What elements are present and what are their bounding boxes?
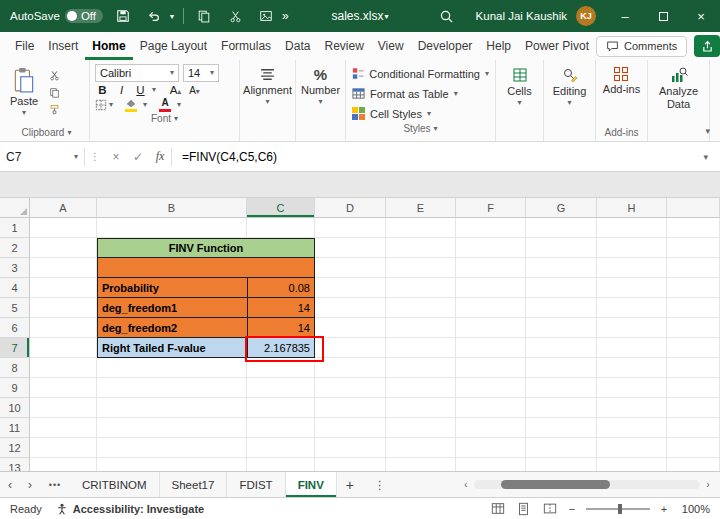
cell-C7[interactable]: 2.167835 — [247, 338, 315, 358]
share-button[interactable] — [694, 35, 720, 57]
scroll-left-icon[interactable]: ‹ — [458, 479, 474, 490]
column-header-E[interactable]: E — [386, 198, 456, 218]
number-button[interactable]: % Number ▾ — [296, 60, 345, 106]
sheet-tab-sheet17[interactable]: Sheet17 — [160, 472, 228, 497]
zoom-slider[interactable] — [586, 508, 650, 510]
sheet-tab-fdist[interactable]: FDIST — [227, 472, 285, 497]
paste-dropdown-icon[interactable]: ▾ — [22, 109, 26, 117]
sheet-overflow-icon[interactable]: ••• — [40, 472, 70, 497]
cell-C4[interactable]: 0.08 — [247, 278, 315, 298]
alignment-button[interactable]: Alignment ▾ — [240, 60, 295, 106]
addins-button[interactable]: Add-ins — [597, 60, 646, 126]
scroll-right-icon[interactable]: › — [700, 479, 716, 490]
sheet-next-icon[interactable]: › — [20, 472, 40, 497]
zoom-out-button[interactable]: − — [567, 503, 577, 515]
page-layout-view-icon[interactable] — [515, 500, 532, 517]
expand-formula-bar-icon[interactable]: ▾ — [703, 152, 720, 162]
copy-small-icon[interactable] — [46, 86, 62, 99]
insert-function-button[interactable]: fx — [149, 149, 171, 164]
font-launcher-icon[interactable]: ▾ — [174, 115, 178, 123]
cell-B2-title[interactable]: FINV Function — [97, 238, 315, 258]
italic-button[interactable]: I — [114, 84, 129, 96]
accessibility-status[interactable]: Accessibility: Investigate — [56, 503, 204, 515]
zoom-slider-thumb[interactable] — [618, 504, 622, 514]
sheet-tab-finv[interactable]: FINV — [286, 472, 337, 497]
undo-icon[interactable] — [143, 4, 165, 28]
underline-button[interactable]: U — [133, 84, 148, 96]
column-header-H[interactable]: H — [597, 198, 667, 218]
menu-tab-review[interactable]: Review — [317, 32, 370, 60]
fill-color-button[interactable] — [123, 99, 139, 112]
normal-view-icon[interactable] — [489, 500, 506, 517]
cut-small-icon[interactable] — [46, 69, 62, 82]
select-all-button[interactable] — [0, 198, 30, 218]
name-box-resize-handle[interactable]: ⋮ — [85, 151, 105, 162]
cell-B5[interactable]: deg_freedom1 — [97, 298, 247, 318]
cell-styles-button[interactable]: Cell Styles ▾ — [352, 105, 489, 122]
menu-tab-data[interactable]: Data — [278, 32, 317, 60]
document-title[interactable]: sales.xlsx ▾ — [331, 0, 388, 32]
formula-input[interactable]: =FINV(C4,C5,C6) — [172, 150, 277, 164]
cell-B4[interactable]: Probability — [97, 278, 247, 298]
copy-icon[interactable] — [193, 4, 215, 28]
cancel-button[interactable]: × — [105, 150, 127, 164]
name-box-dropdown-icon[interactable]: ▾ — [74, 153, 78, 161]
sheet-options-icon[interactable]: ⋮ — [363, 472, 397, 497]
scrollbar-track[interactable] — [474, 480, 700, 489]
sheet-tab-critbinom[interactable]: CRITBINOM — [70, 472, 160, 497]
enter-button[interactable]: ✓ — [127, 150, 149, 164]
save-icon[interactable] — [112, 4, 134, 28]
scrollbar-thumb[interactable] — [501, 480, 609, 489]
sheet-prev-icon[interactable]: ‹ — [0, 472, 20, 497]
collapse-ribbon-icon[interactable]: ▾ — [705, 126, 710, 136]
format-as-table-button[interactable]: Format as Table ▾ — [352, 85, 489, 102]
column-header-G[interactable]: G — [526, 198, 597, 218]
borders-button[interactable]: ▾ — [95, 99, 113, 111]
grow-font-button[interactable]: A▴ — [168, 84, 183, 96]
cut-icon[interactable] — [224, 4, 246, 28]
menu-tab-view[interactable]: View — [371, 32, 411, 60]
bold-button[interactable]: B — [95, 84, 110, 96]
font-size-select[interactable]: 14 ▾ — [183, 64, 219, 82]
paste-button[interactable]: Paste ▾ — [4, 60, 44, 126]
zoom-percentage[interactable]: 100% — [678, 503, 710, 515]
add-sheet-button[interactable]: + — [337, 472, 363, 497]
search-icon[interactable] — [432, 0, 462, 32]
font-name-select[interactable]: Calibri ▾ — [95, 64, 179, 82]
menu-tab-power-pivot[interactable]: Power Pivot — [518, 32, 596, 60]
user-account[interactable]: Kunal Jai Kaushik KJ — [476, 6, 606, 26]
menu-tab-page-layout[interactable]: Page Layout — [133, 32, 214, 60]
analyze-data-button[interactable]: Analyze Data — [648, 60, 709, 110]
menu-tab-formulas[interactable]: Formulas — [214, 32, 278, 60]
autosave-pill[interactable]: Off — [65, 9, 103, 23]
menu-tab-file[interactable]: File — [8, 32, 41, 60]
menu-tab-help[interactable]: Help — [479, 32, 518, 60]
cell-B3-band[interactable] — [97, 258, 315, 278]
font-color-dropdown-icon[interactable]: ▾ — [177, 101, 181, 109]
cell-B6[interactable]: deg_freedom2 — [97, 318, 247, 338]
column-header-F[interactable]: F — [456, 198, 526, 218]
fill-color-dropdown-icon[interactable]: ▾ — [143, 101, 147, 109]
editing-button[interactable]: Editing ▾ — [544, 60, 595, 107]
page-break-view-icon[interactable] — [541, 500, 558, 517]
cells-button[interactable]: Cells ▾ — [496, 60, 543, 107]
font-color-button[interactable]: A — [157, 98, 173, 112]
styles-launcher-icon[interactable]: ▾ — [434, 125, 438, 133]
picture-icon[interactable] — [255, 4, 277, 28]
comments-button[interactable]: Comments — [596, 36, 687, 57]
column-header-D[interactable]: D — [315, 198, 386, 218]
menu-tab-developer[interactable]: Developer — [411, 32, 480, 60]
name-box[interactable]: C7 ▾ — [0, 142, 84, 171]
user-avatar[interactable]: KJ — [576, 6, 596, 26]
underline-dropdown-icon[interactable]: ▾ — [152, 86, 156, 94]
minimize-button[interactable]: – — [606, 0, 644, 32]
clipboard-launcher-icon[interactable]: ▾ — [67, 129, 71, 137]
cell-C5[interactable]: 14 — [247, 298, 315, 318]
cell-C6[interactable]: 14 — [247, 318, 315, 338]
more-commands-icon[interactable]: » — [282, 9, 289, 23]
shrink-font-button[interactable]: A▾ — [187, 84, 202, 96]
column-header-C[interactable]: C — [247, 198, 315, 218]
cell-B7[interactable]: Right Tailed F-value — [97, 338, 247, 358]
filename-dropdown-icon[interactable]: ▾ — [385, 12, 389, 21]
zoom-in-button[interactable]: + — [659, 503, 669, 515]
